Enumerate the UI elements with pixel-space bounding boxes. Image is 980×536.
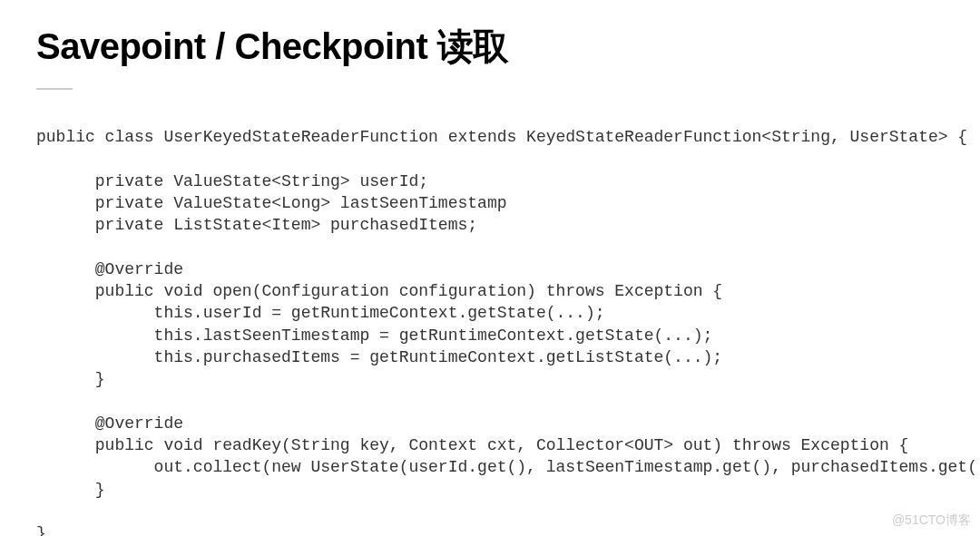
slide-title: Savepoint / Checkpoint 读取 [36, 22, 944, 72]
slide-container: Savepoint / Checkpoint 读取 public class U… [0, 0, 980, 536]
title-underline [36, 88, 73, 90]
watermark: @51CTO博客 [892, 512, 971, 529]
code-block: public class UserKeyedStateReaderFunctio… [36, 126, 944, 536]
